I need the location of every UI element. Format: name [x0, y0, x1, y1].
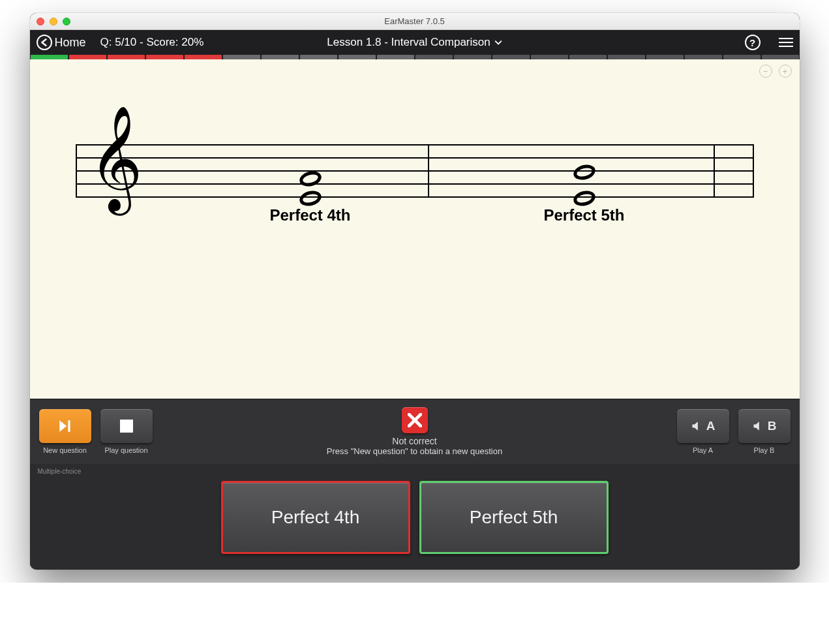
feedback: Not correct Press "New question" to obta…: [30, 407, 800, 456]
home-button[interactable]: Home: [37, 35, 86, 50]
progress-segment: [762, 55, 799, 59]
feedback-hint: Press "New question" to obtain a new que…: [30, 446, 800, 456]
progress-segment: [685, 55, 722, 59]
progress-segment: [223, 55, 260, 59]
zoom-out-button[interactable]: −: [759, 65, 772, 78]
progress-segment: [454, 55, 491, 59]
lesson-dropdown[interactable]: Lesson 1.8 - Interval Comparison: [327, 36, 502, 49]
progress-segment: [31, 55, 68, 59]
treble-clef-icon: 𝄞: [89, 113, 143, 204]
progress-segment: [723, 55, 761, 59]
notation-canvas: − + 𝄞 Perfect 4th: [30, 59, 800, 399]
music-staff: 𝄞 Perfect 4th Perfect 5th: [76, 144, 754, 196]
help-icon: ?: [749, 37, 755, 48]
hamburger-icon: [779, 38, 793, 39]
menu-button[interactable]: [779, 38, 793, 47]
interval-b-label: Perfect 5th: [543, 206, 624, 224]
progress-segment: [262, 55, 299, 59]
progress-segment: [531, 55, 568, 59]
control-bar: New question Play question Not correct P…: [30, 399, 800, 464]
lesson-title: Lesson 1.8 - Interval Comparison: [327, 36, 490, 49]
progress-segment: [69, 55, 106, 59]
app-window: EarMaster 7.0.5 Home Q: 5/10 - Score: 20…: [30, 13, 800, 570]
progress-segment: [146, 55, 183, 59]
zoom-in-button[interactable]: +: [779, 65, 792, 78]
progress-segment: [339, 55, 376, 59]
progress-segment: [492, 55, 530, 59]
progress-bar: [30, 55, 800, 59]
answer-mode-label: Multiple-choice: [38, 468, 82, 475]
interval-a-label: Perfect 4th: [269, 206, 350, 224]
answer-option-a[interactable]: Perfect 4th: [221, 481, 410, 554]
answer-option-b[interactable]: Perfect 5th: [419, 481, 609, 554]
home-label: Home: [55, 36, 86, 50]
window-title: EarMaster 7.0.5: [30, 16, 800, 26]
progress-segment: [300, 55, 337, 59]
progress-segment: [608, 55, 645, 59]
incorrect-icon: [402, 407, 428, 433]
progress-segment: [415, 55, 453, 59]
answer-area: Multiple-choice Perfect 4th Perfect 5th: [30, 464, 800, 570]
titlebar: EarMaster 7.0.5: [30, 13, 800, 30]
back-arrow-icon: [37, 35, 52, 50]
help-button[interactable]: ?: [745, 35, 761, 50]
progress-segment: [646, 55, 684, 59]
feedback-title: Not correct: [30, 436, 800, 446]
progress-segment: [108, 55, 145, 59]
progress-segment: [185, 55, 222, 59]
app-header: Home Q: 5/10 - Score: 20% Lesson 1.8 - I…: [30, 30, 800, 55]
score-text: Q: 5/10 - Score: 20%: [100, 36, 204, 49]
progress-segment: [377, 55, 414, 59]
answer-option-a-label: Perfect 4th: [271, 507, 359, 528]
progress-segment: [569, 55, 607, 59]
chevron-down-icon: [494, 38, 502, 46]
answer-option-b-label: Perfect 5th: [470, 507, 558, 528]
